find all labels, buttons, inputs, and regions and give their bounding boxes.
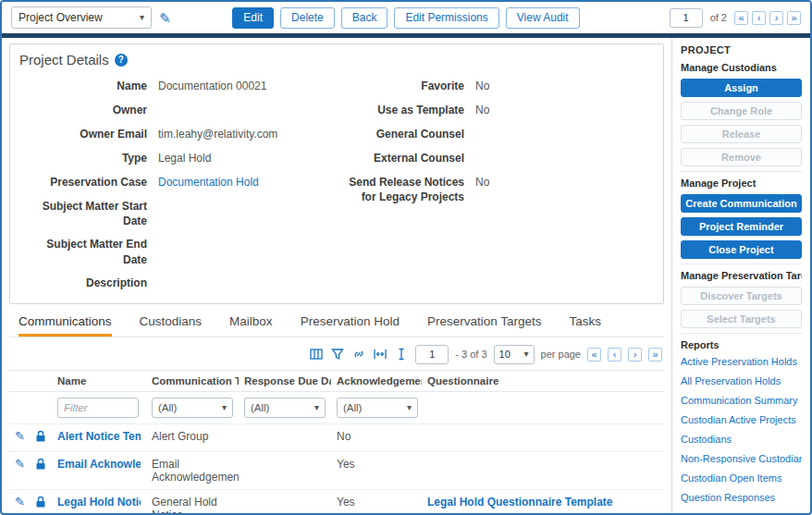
row-edit-pencil-icon[interactable]	[15, 495, 25, 509]
chevron-down-icon	[140, 13, 144, 22]
report-link-custodian-open-items[interactable]: Custodian Open Items	[681, 472, 802, 484]
lock-icon[interactable]	[35, 458, 46, 471]
record-page-of-label: of 2	[710, 12, 727, 23]
lock-icon[interactable]	[35, 496, 46, 509]
page-size-select[interactable]: 10	[494, 345, 535, 364]
field-value: Documentation 00021	[158, 79, 266, 94]
record-page-input[interactable]	[670, 8, 703, 28]
discover-targets-button[interactable]: Discover Targets	[681, 287, 802, 305]
view-audit-button[interactable]: View Audit	[506, 7, 580, 29]
report-link-custodian-active-projects[interactable]: Custodian Active Projects	[681, 414, 802, 425]
communications-table: Name Communication Type Response Due Dat…	[9, 370, 664, 513]
view-dropdown[interactable]: Project Overview	[11, 6, 152, 29]
grid-last-page-icon[interactable]	[648, 348, 662, 362]
table-row: Alert Notice Template.. Alert Group No	[9, 423, 664, 451]
lock-icon[interactable]	[35, 430, 46, 443]
tab-strip: Communications Custodians Mailbox Preser…	[9, 304, 664, 337]
export-icon[interactable]	[309, 347, 324, 362]
next-record-icon[interactable]	[769, 11, 783, 25]
tab-preservation-hold[interactable]: Preservation Hold	[301, 314, 400, 337]
manage-preservation-targets-header: Manage Preservation Targets	[681, 270, 802, 281]
communication-name-link[interactable]: Email Acknowledgeme	[57, 458, 141, 471]
field-label: Use as Template	[337, 103, 475, 118]
field-label: Subject Matter Start Date	[19, 199, 158, 228]
field-value: Legal Hold	[158, 151, 211, 166]
select-targets-button[interactable]: Select Targets	[681, 310, 802, 328]
communication-type-filter-select[interactable]: (All)	[152, 398, 233, 418]
tab-preservation-targets[interactable]: Preservation Targets	[427, 314, 542, 337]
communication-type-cell: General Hold Notice	[146, 489, 239, 513]
field-row-owner: Owner	[19, 103, 337, 118]
last-record-icon[interactable]	[787, 11, 801, 25]
change-role-button[interactable]: Change Role	[681, 102, 802, 120]
edit-button[interactable]: Edit	[232, 7, 274, 29]
field-value: No	[475, 175, 489, 204]
report-link-non-responsive-custodians[interactable]: Non-Responsive Custodians	[681, 453, 802, 464]
remove-button[interactable]: Remove	[681, 148, 802, 166]
filter-select-value: (All)	[158, 402, 177, 413]
row-edit-pencil-icon[interactable]	[15, 457, 25, 471]
report-link-communication-summary[interactable]: Communication Summary	[681, 395, 802, 406]
field-label: Description	[19, 276, 158, 291]
field-value: tim.leahy@relativity.com	[158, 127, 277, 142]
tab-tasks[interactable]: Tasks	[570, 314, 602, 337]
grid-page-input[interactable]	[415, 345, 449, 364]
grid-previous-page-icon[interactable]	[608, 348, 621, 362]
project-details-panel: Project Details Name Documentation 00021…	[9, 43, 664, 304]
report-link-active-preservation-holds[interactable]: Active Preservation Holds	[681, 356, 802, 367]
column-resize-icon[interactable]	[373, 347, 388, 362]
response-due-date-cell	[239, 489, 331, 513]
field-label: General Counsel	[337, 127, 475, 142]
tab-custodians[interactable]: Custodians	[140, 314, 203, 337]
action-buttons: Edit Delete Back Edit Permissions View A…	[205, 7, 607, 29]
main-content: Project Details Name Documentation 00021…	[2, 38, 671, 513]
help-icon[interactable]	[115, 54, 128, 67]
column-header-response-due-date[interactable]: Response Due Date	[239, 370, 331, 391]
link-icon[interactable]	[351, 347, 366, 362]
preservation-case-link[interactable]: Documentation Hold	[158, 175, 259, 190]
grid-first-page-icon[interactable]	[587, 348, 601, 362]
text-cursor-icon[interactable]	[394, 347, 409, 362]
release-button[interactable]: Release	[681, 125, 802, 143]
column-header-questionnaire[interactable]: Questionnaire	[422, 370, 664, 391]
response-due-date-cell	[239, 423, 331, 451]
name-filter-input[interactable]	[57, 398, 139, 418]
previous-record-icon[interactable]	[752, 11, 766, 25]
acknowledgement-filter-select[interactable]: (All)	[337, 398, 418, 418]
delete-button[interactable]: Delete	[280, 7, 335, 29]
first-record-icon[interactable]	[734, 11, 748, 25]
report-link-all-preservation-holds[interactable]: All Preservation Holds	[681, 375, 802, 386]
row-edit-pencil-icon[interactable]	[15, 429, 25, 443]
questionnaire-cell	[422, 451, 664, 489]
lock-column-header	[30, 370, 52, 391]
column-header-acknowledgement[interactable]: Acknowledgement ...	[331, 370, 422, 391]
field-row-use-as-template: Use as Template No	[337, 103, 654, 118]
tab-mailbox[interactable]: Mailbox	[229, 314, 273, 337]
field-value: No	[475, 79, 489, 94]
column-header-name[interactable]: Name	[52, 370, 146, 391]
create-communication-button[interactable]: Create Communication	[681, 194, 802, 213]
questionnaire-link[interactable]: Legal Hold Questionnaire Template	[427, 496, 658, 509]
report-link-custodians[interactable]: Custodians	[681, 434, 802, 445]
column-header-communication-type[interactable]: Communication Type	[146, 370, 239, 391]
close-project-button[interactable]: Close Project	[681, 240, 802, 259]
communication-name-link[interactable]: Legal Hold Notice Tem	[57, 496, 141, 509]
sidebar-title: PROJECT	[681, 44, 802, 55]
grid-next-page-icon[interactable]	[628, 348, 642, 362]
edit-permissions-button[interactable]: Edit Permissions	[394, 7, 498, 29]
view-selector-group: Project Overview	[11, 6, 205, 29]
filter-icon[interactable]	[330, 347, 345, 362]
tab-communications[interactable]: Communications	[18, 314, 112, 337]
edit-view-pencil-icon[interactable]	[159, 11, 171, 25]
field-row-name: Name Documentation 00021	[19, 79, 337, 94]
back-button[interactable]: Back	[341, 7, 388, 29]
response-due-date-filter-select[interactable]: (All)	[244, 398, 326, 418]
assign-button[interactable]: Assign	[681, 79, 802, 97]
grid-toolbar: - 3 of 3 10 per page	[9, 337, 664, 370]
field-label: External Counsel	[337, 151, 475, 166]
communication-name-link[interactable]: Alert Notice Template..	[57, 430, 141, 443]
project-reminder-button[interactable]: Project Reminder	[681, 217, 802, 236]
field-label: Preservation Case	[19, 175, 158, 190]
field-label: Send Release Notices for Legacy Projects	[337, 175, 475, 204]
report-link-question-responses[interactable]: Question Responses	[681, 492, 802, 503]
